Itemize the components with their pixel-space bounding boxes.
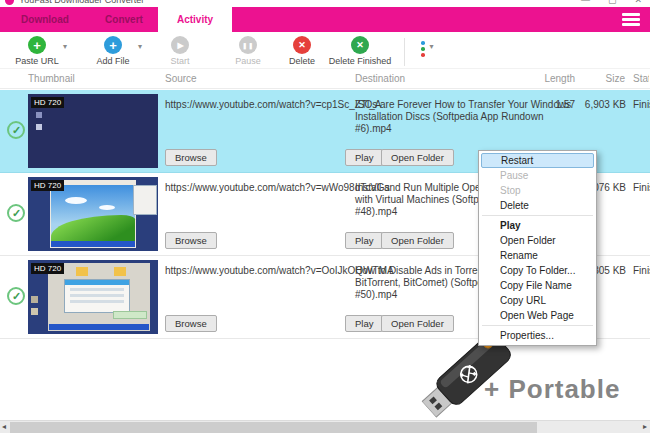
plus-circle-icon	[28, 36, 46, 54]
menu-item-copy-url[interactable]: Copy URL	[481, 293, 594, 308]
play-button[interactable]: Play	[345, 149, 383, 166]
menu-item-pause[interactable]: Pause	[481, 168, 594, 183]
x-circle-icon	[293, 36, 311, 54]
menu-separator	[482, 215, 593, 216]
browse-button[interactable]: Browse	[165, 149, 217, 166]
menu-item-stop[interactable]: Stop	[481, 183, 594, 198]
column-header-status[interactable]: Status	[633, 73, 649, 84]
pause-circle-icon	[239, 36, 257, 54]
status-value: Finished	[633, 99, 650, 110]
table-header: Thumbnail Source Destination Length Size…	[0, 68, 650, 89]
status-value: Finished	[633, 265, 650, 276]
menu-item-open-folder[interactable]: Open Folder	[481, 233, 594, 248]
column-header-source[interactable]: Source	[165, 73, 197, 84]
tab-download[interactable]: Download	[0, 7, 90, 32]
tab-bar: Download Convert Activity	[0, 7, 650, 32]
paste-url-button[interactable]: Paste URL	[14, 36, 60, 66]
menu-item-open-web-page[interactable]: Open Web Page	[481, 308, 594, 323]
context-menu: RestartPauseStopDeletePlayOpen FolderRen…	[478, 150, 597, 346]
title-bar: YouFast Downloader Converter — ▢ ✕	[0, 0, 650, 7]
scroll-left-icon[interactable]: ◂	[2, 421, 6, 433]
size-value: 6,903 KB	[578, 99, 626, 110]
toolbar: Paste URL ▾ Add File ▾ Start Pause Delet…	[0, 32, 650, 68]
column-header-thumbnail[interactable]: Thumbnail	[28, 73, 75, 84]
open-folder-button[interactable]: Open Folder	[381, 149, 454, 166]
play-button[interactable]: Play	[345, 315, 383, 332]
open-folder-button[interactable]: Open Folder	[381, 315, 454, 332]
x-circle-icon	[351, 36, 369, 54]
close-button[interactable]: ✕	[634, 0, 642, 5]
video-thumbnail: HD 720	[28, 177, 158, 251]
play-button[interactable]: Play	[345, 232, 383, 249]
portable-promo-text[interactable]: + Portable	[484, 374, 620, 405]
app-icon	[5, 0, 14, 5]
open-folder-button[interactable]: Open Folder	[381, 232, 454, 249]
video-thumbnail: HD 720	[28, 260, 158, 334]
window-title: YouFast Downloader Converter	[19, 0, 144, 5]
tab-activity[interactable]: Activity	[158, 7, 232, 32]
horizontal-scrollbar[interactable]: ◂ ▸	[0, 420, 650, 433]
column-header-destination[interactable]: Destination	[355, 73, 405, 84]
quality-badge: HD 720	[31, 180, 64, 191]
add-file-button[interactable]: Add File	[91, 36, 135, 66]
finished-check-icon	[7, 287, 25, 305]
paste-url-dropdown-arrow[interactable]: ▾	[63, 42, 67, 51]
maximize-button[interactable]: ▢	[608, 0, 617, 5]
delete-button[interactable]: Delete	[282, 36, 322, 66]
hamburger-menu-icon[interactable]	[622, 13, 640, 28]
overflow-dropdown-arrow[interactable]: ▾	[430, 42, 434, 51]
source-url: https://www.youtube.com/watch?v=cp1Sc_ZT…	[165, 99, 382, 110]
quality-badge: HD 720	[31, 263, 64, 274]
pause-button[interactable]: Pause	[228, 36, 268, 66]
scroll-right-icon[interactable]: ▸	[643, 421, 647, 433]
finished-check-icon	[7, 121, 25, 139]
start-button[interactable]: Start	[160, 36, 200, 66]
menu-item-play[interactable]: Play	[481, 218, 594, 233]
finished-check-icon	[7, 204, 25, 222]
menu-item-copy-to-folder[interactable]: Copy To Folder...	[481, 263, 594, 278]
delete-finished-button[interactable]: Delete Finished	[322, 36, 398, 66]
menu-item-copy-file-name[interactable]: Copy File Name	[481, 278, 594, 293]
menu-item-properties[interactable]: Properties...	[481, 328, 594, 343]
app-window: YouFast Downloader Converter — ▢ ✕ Downl…	[0, 0, 650, 433]
column-header-length[interactable]: Length	[530, 73, 575, 84]
menu-item-delete[interactable]: Delete	[481, 198, 594, 213]
menu-item-rename[interactable]: Rename	[481, 248, 594, 263]
browse-button[interactable]: Browse	[165, 232, 217, 249]
length-value: 1:57	[530, 99, 575, 110]
add-file-dropdown-arrow[interactable]: ▾	[138, 42, 142, 51]
tab-convert[interactable]: Convert	[90, 7, 158, 32]
video-thumbnail: HD 720	[28, 94, 158, 168]
plus-circle-icon	[104, 36, 122, 54]
play-circle-icon	[171, 36, 189, 54]
quality-badge: HD 720	[31, 97, 64, 108]
menu-separator	[482, 325, 593, 326]
overflow-dots-icon[interactable]	[421, 41, 425, 57]
toolbar-separator	[404, 38, 405, 66]
minimize-button[interactable]: —	[581, 0, 590, 5]
scrollbar-thumb[interactable]	[10, 422, 537, 433]
browse-button[interactable]: Browse	[165, 315, 217, 332]
menu-item-restart[interactable]: Restart	[481, 153, 594, 168]
status-value: Finished	[633, 182, 650, 193]
column-header-size[interactable]: Size	[580, 73, 625, 84]
